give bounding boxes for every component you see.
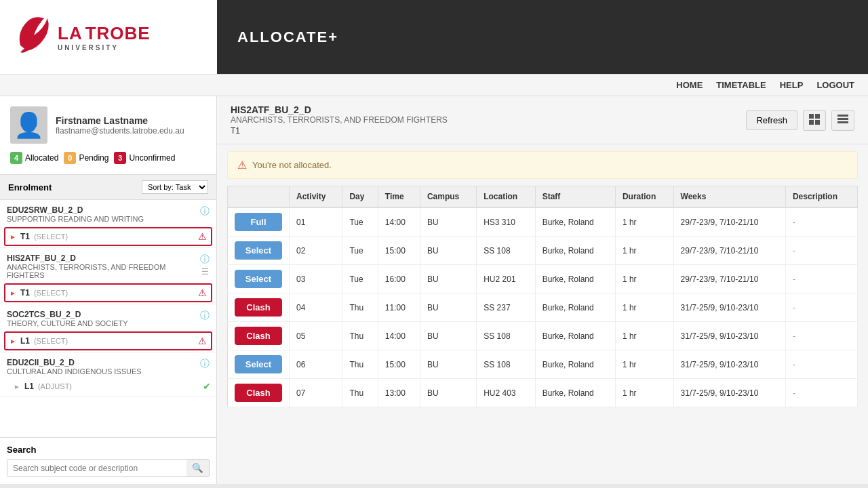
enrolment-header: Enrolment Sort by: Task Sort by: Code: [0, 175, 216, 200]
col-location: Location: [477, 186, 535, 208]
row-alert-icon: ⚠: [198, 287, 207, 298]
cell-location: SS 108: [477, 350, 535, 379]
cell-weeks: 31/7-25/9, 9/10-23/10: [673, 350, 785, 379]
cell-description: -: [785, 265, 857, 293]
nav-bar: HOME TIMETABLE HELP LOGOUT: [0, 75, 868, 96]
action-button-clash[interactable]: Clash: [235, 384, 282, 402]
enrolment-row-highlighted[interactable]: ► T1 (SELECT) ⚠: [4, 227, 212, 246]
cell-campus: BU: [420, 265, 476, 293]
list-view-button[interactable]: [831, 110, 854, 131]
table-row: Select 02 Tue 15:00 BU SS 108 Burke, Rol…: [228, 237, 858, 265]
nav-home[interactable]: HOME: [676, 80, 703, 90]
svg-rect-2: [815, 114, 820, 119]
enrolment-row: ► L1 (ADJUST) ✔: [0, 378, 216, 396]
subject-code: SOC2TCS_BU_2_D: [7, 310, 127, 319]
search-input-row: 🔍: [7, 459, 210, 477]
content-header: HIS2ATF_BU_2_D ANARCHISTS, TERRORISTS, A…: [217, 96, 868, 144]
info-icon[interactable]: ⓘ: [200, 205, 210, 218]
cell-location: SS 237: [477, 293, 535, 322]
subject-code: EDU2SRW_BU_2_D: [7, 205, 144, 215]
cell-day: Thu: [342, 322, 378, 350]
col-weeks: Weeks: [673, 186, 785, 208]
cell-time: 15:00: [378, 350, 420, 379]
cell-location: SS 108: [477, 322, 535, 350]
unconfirmed-label: Unconfirmed: [129, 153, 175, 163]
allocated-label: Allocated: [25, 153, 58, 163]
app-title-bar: ALLOCATE+: [217, 0, 868, 74]
cell-duration: 1 hr: [615, 350, 673, 379]
row-arrow-icon: ►: [9, 338, 16, 345]
cell-time: 16:00: [378, 265, 420, 293]
list-item: HIS2ATF_BU_2_D ANARCHISTS, TERRORISTS, A…: [0, 248, 216, 304]
cell-activity: 03: [290, 265, 342, 293]
cell-activity: 06: [290, 350, 342, 379]
svg-rect-6: [837, 118, 848, 120]
action-button-select[interactable]: Select: [235, 355, 282, 373]
table-container: Activity Day Time Campus Location Staff …: [217, 186, 868, 484]
table-row: Full 01 Tue 14:00 BU HS3 310 Burke, Rola…: [228, 207, 858, 237]
info-icon[interactable]: ⓘ: [200, 253, 210, 266]
action-button-select[interactable]: Select: [235, 270, 282, 288]
subject-name: THEORY, CULTURE AND SOCIETY: [7, 319, 127, 327]
row-label: L1: [20, 336, 30, 346]
cell-staff: Burke, Roland: [535, 207, 615, 237]
cell-time: 14:00: [378, 207, 420, 237]
subject-name: CULTURAL AND INDIGENOUS ISSUES: [7, 367, 142, 375]
search-button[interactable]: 🔍: [186, 460, 209, 476]
col-staff: Staff: [535, 186, 615, 208]
refresh-button[interactable]: Refresh: [746, 110, 797, 130]
profile-section: 👤 Firstname Lastname flastname@students.…: [0, 96, 216, 175]
cell-weeks: 29/7-23/9, 7/10-21/10: [673, 265, 785, 293]
action-button-full[interactable]: Full: [235, 213, 282, 231]
enrolment-row-highlighted[interactable]: ► L1 (SELECT) ⚠: [4, 331, 212, 350]
pending-count: 0: [64, 152, 76, 164]
logo-la: LA: [58, 23, 83, 44]
action-button-clash[interactable]: Clash: [235, 327, 282, 345]
cell-activity: 04: [290, 293, 342, 322]
action-button-clash[interactable]: Clash: [235, 298, 282, 317]
logo-trobe: TROBE: [85, 23, 151, 44]
cell-description: -: [785, 237, 857, 265]
col-action: [228, 186, 290, 208]
row-status: (SELECT): [34, 337, 68, 345]
row-alert-icon: ⚠: [198, 231, 207, 242]
cell-campus: BU: [420, 293, 476, 322]
cell-location: SS 108: [477, 237, 535, 265]
cell-day: Tue: [342, 237, 378, 265]
list-item: EDU2CII_BU_2_D CULTURAL AND INDIGENOUS I…: [0, 352, 216, 396]
row-label: L1: [24, 382, 34, 391]
nav-help[interactable]: HELP: [780, 80, 804, 90]
cell-time: 11:00: [378, 293, 420, 322]
info-icon[interactable]: ⓘ: [200, 310, 210, 322]
cell-staff: Burke, Roland: [535, 322, 615, 350]
cell-time: 13:00: [378, 379, 420, 407]
enrolment-row-highlighted[interactable]: ► T1 (SELECT) ⚠: [4, 283, 212, 302]
info-icon[interactable]: ⓘ: [200, 358, 210, 370]
cell-duration: 1 hr: [615, 265, 673, 293]
cell-description: -: [785, 322, 857, 350]
cell-weeks: 31/7-25/9, 9/10-23/10: [673, 293, 785, 322]
table-row: Clash 07 Thu 13:00 BU HU2 403 Burke, Rol…: [228, 379, 858, 407]
col-time: Time: [378, 186, 420, 208]
cell-campus: BU: [420, 207, 476, 237]
search-input[interactable]: [7, 460, 186, 476]
enrolment-title: Enrolment: [8, 182, 52, 192]
subject-code: EDU2CII_BU_2_D: [7, 358, 142, 367]
nav-timetable[interactable]: TIMETABLE: [716, 80, 766, 90]
action-button-select[interactable]: Select: [235, 241, 282, 260]
grid-view-button[interactable]: [803, 110, 826, 131]
nav-logout[interactable]: LOGOUT: [816, 80, 854, 90]
svg-rect-7: [837, 121, 848, 123]
cell-time: 14:00: [378, 322, 420, 350]
cell-description: -: [785, 350, 857, 379]
cell-location: HU2 403: [477, 379, 535, 407]
search-title: Search: [7, 445, 210, 455]
sort-select[interactable]: Sort by: Task Sort by: Code: [142, 180, 208, 194]
header-actions: Refresh: [746, 110, 854, 131]
cell-description: -: [785, 293, 857, 322]
cell-staff: Burke, Roland: [535, 265, 615, 293]
subject-name: ANARCHISTS, TERRORISTS, AND FREEDOM FIGH…: [7, 263, 200, 279]
course-name: ANARCHISTS, TERRORISTS, AND FREEDOM FIGH…: [231, 115, 448, 125]
sidebar: 👤 Firstname Lastname flastname@students.…: [0, 96, 217, 484]
course-term: T1: [231, 126, 448, 136]
